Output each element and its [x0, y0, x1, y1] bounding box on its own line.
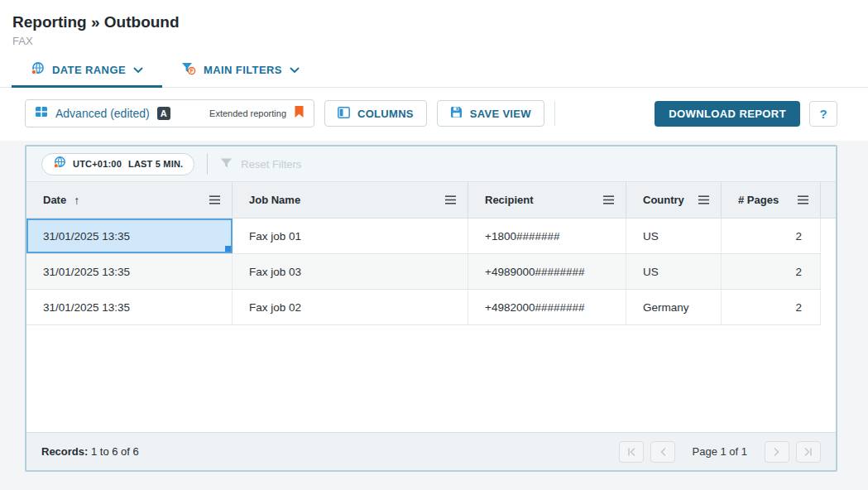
cell-pages[interactable]: 2	[722, 254, 821, 289]
toolbar: Advanced (edited) A Extended reporting C…	[0, 88, 868, 141]
range-label: LAST 5 MIN.	[128, 159, 183, 169]
records-summary: Records: 1 to 6 of 6	[41, 445, 139, 458]
cell-country[interactable]: Germany	[626, 290, 722, 324]
advanced-view-label: Advanced (edited)	[55, 107, 150, 120]
pagination: Page 1 of 1	[619, 441, 822, 463]
sort-ascending-icon: ↑	[74, 194, 79, 207]
top-section: Reporting » Outbound FAX DATE RANGE F MA…	[0, 0, 868, 141]
column-header-country[interactable]: Country	[626, 182, 722, 218]
funnel-icon	[220, 157, 233, 171]
grid-table-icon	[35, 105, 48, 122]
column-menu-icon[interactable]	[603, 195, 615, 204]
cell-job-name[interactable]: Fax job 01	[233, 219, 468, 253]
tab-main-filters[interactable]: F MAIN FILTERS	[162, 52, 319, 87]
cell-date-selected[interactable]: 31/01/2025 13:35	[26, 219, 233, 253]
records-label: Records:	[41, 445, 88, 458]
filter-funnel-icon: F	[181, 61, 196, 79]
advanced-view-selector[interactable]: Advanced (edited) A Extended reporting	[25, 99, 314, 127]
save-view-button[interactable]: SAVE VIEW	[437, 100, 544, 127]
svg-text:F: F	[189, 68, 194, 74]
column-label: # Pages	[738, 194, 779, 206]
timezone-label: UTC+01:00	[73, 159, 122, 169]
column-menu-icon[interactable]	[445, 195, 457, 204]
columns-button[interactable]: COLUMNS	[324, 100, 427, 127]
filters-divider	[207, 153, 208, 175]
page-header: Reporting » Outbound FAX	[0, 0, 868, 52]
table-body: 31/01/2025 13:35 Fax job 01 +1800#######…	[26, 219, 836, 432]
page-indicator: Page 1 of 1	[693, 445, 748, 458]
scrollbar-gutter	[821, 182, 836, 218]
tab-label: MAIN FILTERS	[204, 64, 282, 76]
chevron-down-icon	[133, 62, 143, 77]
cell-recipient[interactable]: +4989000########	[468, 254, 626, 289]
save-icon	[450, 106, 463, 121]
table-row: 31/01/2025 13:35 Fax job 02 +4982000####…	[26, 290, 821, 325]
chevron-down-icon	[290, 62, 300, 77]
table-row: 31/01/2025 13:35 Fax job 03 +4989000####…	[26, 254, 821, 290]
records-value: 1 to 6 of 6	[91, 445, 139, 458]
column-label: Recipient	[485, 194, 534, 206]
column-header-pages[interactable]: # Pages	[722, 182, 821, 218]
columns-button-label: COLUMNS	[357, 108, 414, 120]
report-panel: UTC+01:00 LAST 5 MIN. Reset Filters Date…	[25, 145, 837, 472]
column-menu-icon[interactable]	[698, 195, 710, 204]
toolbar-divider	[554, 101, 555, 126]
cell-job-name[interactable]: Fax job 03	[233, 254, 468, 289]
column-menu-icon[interactable]	[798, 195, 809, 204]
reset-filters-button[interactable]: Reset Filters	[220, 157, 301, 171]
extended-reporting-label: Extended reporting	[209, 108, 286, 118]
cell-recipient[interactable]: +1800#######	[468, 219, 626, 253]
cell-date[interactable]: 31/01/2025 13:35	[26, 290, 233, 324]
cell-country[interactable]: US	[626, 219, 722, 253]
cell-pages[interactable]: 2	[722, 219, 821, 253]
cell-date[interactable]: 31/01/2025 13:35	[26, 254, 233, 289]
next-page-button[interactable]	[765, 441, 789, 463]
tab-bar: DATE RANGE F MAIN FILTERS	[0, 52, 868, 88]
table-header: Date ↑ Job Name Recipient Country # Pa	[26, 181, 836, 219]
cell-job-name[interactable]: Fax job 02	[233, 290, 468, 324]
first-page-button[interactable]	[619, 441, 644, 463]
active-filters-bar: UTC+01:00 LAST 5 MIN. Reset Filters	[26, 147, 836, 181]
page-title: Reporting » Outbound	[12, 12, 855, 32]
table-row: 31/01/2025 13:35 Fax job 01 +1800#######…	[26, 219, 821, 254]
globe-icon	[31, 61, 45, 79]
columns-icon	[338, 107, 350, 121]
globe-icon	[53, 156, 66, 172]
column-menu-icon[interactable]	[209, 195, 221, 204]
cell-country[interactable]: US	[626, 254, 722, 289]
previous-page-button[interactable]	[650, 441, 675, 463]
last-page-button[interactable]	[796, 441, 821, 463]
advanced-badge: A	[157, 107, 170, 120]
download-report-button[interactable]: DOWNLOAD REPORT	[655, 101, 800, 127]
column-label: Country	[643, 194, 684, 206]
cell-pages[interactable]: 2	[722, 290, 821, 324]
save-view-button-label: SAVE VIEW	[470, 108, 531, 120]
table-footer: Records: 1 to 6 of 6 Page 1 of 1	[26, 432, 836, 470]
reset-filters-label: Reset Filters	[241, 158, 301, 171]
tab-label: DATE RANGE	[52, 64, 126, 76]
column-header-date[interactable]: Date ↑	[26, 182, 233, 218]
bookmark-icon	[294, 105, 305, 122]
column-label: Date	[43, 194, 66, 206]
column-label: Job Name	[249, 194, 300, 206]
column-header-recipient[interactable]: Recipient	[468, 182, 626, 218]
timezone-range-chip[interactable]: UTC+01:00 LAST 5 MIN.	[41, 153, 194, 175]
tab-date-range[interactable]: DATE RANGE	[12, 52, 162, 87]
help-button[interactable]: ?	[809, 101, 837, 127]
cell-recipient[interactable]: +4982000########	[468, 290, 626, 324]
page-subtitle: FAX	[12, 35, 855, 47]
column-header-job-name[interactable]: Job Name	[233, 182, 468, 218]
